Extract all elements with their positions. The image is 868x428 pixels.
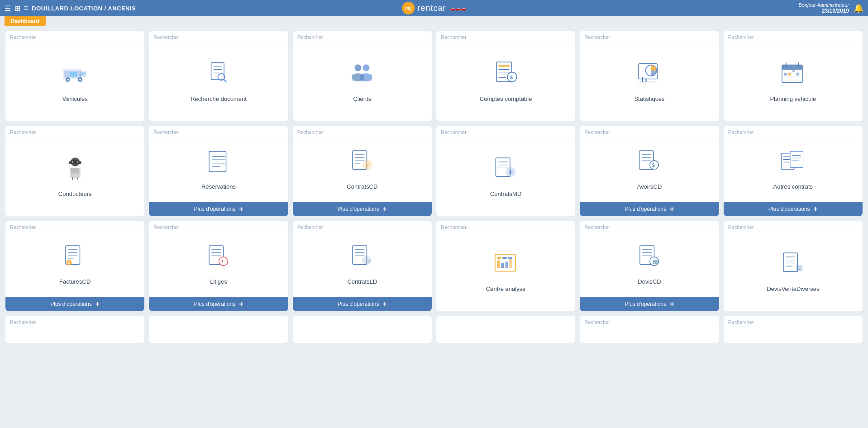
svg-text:LD: LD [366, 259, 371, 263]
svg-rect-126 [796, 265, 803, 271]
card-icon-contratscd: ✓ [348, 147, 376, 178]
card-footer-facturescd[interactable]: Plus d'opérations + [5, 297, 144, 311]
card-bottom5: Rechercher [580, 316, 719, 343]
search-label-reservations: Rechercher [149, 126, 288, 137]
svg-rect-43 [788, 73, 791, 75]
svg-rect-121 [783, 253, 798, 271]
card-facturescd: Rechercher $ FacturesCD Plus d'opération… [5, 221, 144, 311]
svg-text:!: ! [222, 259, 224, 264]
grid-icon[interactable]: ⊞ [14, 4, 20, 13]
card-icon-avoirscd: $ [636, 147, 663, 178]
svg-rect-42 [784, 73, 787, 75]
svg-rect-108 [497, 257, 501, 259]
logo-text: rentcar [417, 4, 446, 13]
card-body-devis-vente-diverses[interactable]: DevisVenteDiverses [724, 232, 863, 311]
svg-point-48 [70, 160, 81, 162]
search-label-statistiques: Rechercher [580, 31, 719, 42]
card-clients: Rechercher Clients [293, 31, 432, 121]
dashboard-tab[interactable]: Dashboard [5, 16, 46, 26]
svg-line-15 [224, 79, 226, 81]
card-label-deviscd: DevisCD [638, 278, 661, 285]
card-icon-comptes-comptable: $ [492, 59, 520, 90]
card-footer-contratscd[interactable]: Plus d'opérations + [293, 202, 432, 216]
menu-icon[interactable]: ☰ [5, 4, 11, 13]
search-label-autres-contrats: Rechercher [724, 126, 863, 137]
card-body-vehicules[interactable]: Véhicules [5, 42, 144, 121]
svg-rect-109 [502, 257, 506, 259]
card-body-litiges[interactable]: ! Litiges [149, 232, 288, 297]
card-body-centre-analyse[interactable]: Centre analyse [436, 232, 575, 311]
card-body-statistiques[interactable]: Statistiques [580, 42, 719, 121]
card-footer-contratsld[interactable]: Plus d'opérations + [293, 297, 432, 311]
card-label-avoirscd: AvoirsCD [637, 183, 662, 190]
search-label-comptes-comptable: Rechercher [436, 31, 575, 42]
card-footer-litiges[interactable]: Plus d'opérations + [149, 297, 288, 311]
search-label-centre-analyse: Rechercher [436, 221, 575, 232]
card-icon-conducteurs [62, 154, 89, 185]
svg-rect-36 [782, 65, 802, 70]
card-body-recherche-document[interactable]: Recherche document [149, 42, 288, 121]
svg-rect-111 [497, 260, 500, 268]
card-icon-deviscd: 🔢 [636, 242, 663, 273]
card-label-planning-vehicule: Planning véhicule [770, 95, 816, 102]
user-info: Bonjour Administrateur 23/10/2019 [799, 2, 849, 14]
card-body-conducteurs[interactable]: Conducteurs [5, 137, 144, 216]
card-label-reservations: Réservations [201, 183, 236, 190]
card-footer-deviscd[interactable]: Plus d'opérations + [580, 297, 719, 311]
card-recherche-document: Rechercher Recherche document [149, 31, 288, 121]
search-label-deviscd: Rechercher [580, 221, 719, 232]
card-body-avoirscd[interactable]: $ AvoirsCD [580, 137, 719, 202]
search-label-vehicules: Rechercher [5, 31, 144, 42]
plus-icon-autres-contrats: + [814, 205, 818, 213]
card-icon-clients [348, 59, 376, 90]
card-body-planning-vehicule[interactable]: Planning véhicule [724, 42, 863, 121]
svg-rect-44 [792, 70, 795, 72]
card-bottom1: Rechercher [5, 316, 144, 343]
svg-rect-114 [509, 259, 512, 268]
card-bottom3 [293, 316, 432, 343]
card-body-clients[interactable]: Clients [293, 42, 432, 121]
date: 23/10/2019 [799, 8, 849, 14]
svg-point-50 [77, 161, 78, 162]
card-deviscd: Rechercher 🔢 DevisCD Plus d'opérations + [580, 221, 719, 311]
plus-icon-litiges: + [239, 300, 243, 308]
card-body-autres-contrats[interactable]: Autres contrats [724, 137, 863, 202]
card-icon-statistiques [636, 59, 663, 90]
card-body-reservations[interactable]: Réservations [149, 137, 288, 202]
plus-icon-contratsld: + [383, 300, 387, 308]
card-label-litiges: Litiges [210, 278, 227, 285]
company-name: DOUILLARD LOCATION / ANCENIS [32, 5, 136, 12]
card-body-deviscd[interactable]: 🔢 DevisCD [580, 232, 719, 297]
card-icon-planning-vehicule [779, 59, 806, 90]
card-label-centre-analyse: Centre analyse [486, 285, 525, 292]
card-grid: Rechercher VéhiculesRechercher Recherche… [5, 31, 863, 343]
card-footer-avoirscd[interactable]: Plus d'opérations + [580, 202, 719, 216]
logo-badge: my [402, 2, 415, 14]
card-body-facturescd[interactable]: $ FacturesCD [5, 232, 144, 297]
card-body-contratsmd[interactable]: ContratsMD [436, 137, 575, 216]
search-label-planning-vehicule: Rechercher [724, 31, 863, 42]
search-label-contratsmd: Rechercher [436, 126, 575, 137]
search-label-avoirscd: Rechercher [580, 126, 719, 137]
header-right: Bonjour Administrateur 23/10/2019 🔔 [799, 2, 863, 14]
header: ☰ ⊞ ≡ DOUILLARD LOCATION / ANCENIS my re… [0, 0, 868, 16]
card-body-contratscd[interactable]: ✓ ContratsCD [293, 137, 432, 202]
card-icon-litiges: ! [205, 242, 232, 273]
search-label-facturescd: Rechercher [5, 221, 144, 232]
search-label-bottom6: Rechercher [724, 316, 863, 327]
bell-icon[interactable]: 🔔 [854, 3, 863, 13]
card-label-autres-contrats: Autres contrats [773, 183, 813, 190]
list-icon[interactable]: ≡ [24, 4, 28, 12]
card-label-recherche-document: Recherche document [191, 95, 247, 102]
search-label-contratsld: Rechercher [293, 221, 432, 232]
search-label-bottom1: Rechercher [5, 316, 144, 327]
card-label-clients: Clients [353, 95, 371, 102]
card-devis-vente-diverses: Rechercher DevisVenteDiverses [724, 221, 863, 311]
search-label-conducteurs: Rechercher [5, 126, 144, 137]
card-footer-autres-contrats[interactable]: Plus d'opérations + [724, 202, 863, 216]
dashboard-tab-bar: Dashboard [0, 16, 868, 26]
card-body-comptes-comptable[interactable]: $ Comptes comptable [436, 42, 575, 121]
card-footer-reservations[interactable]: Plus d'opérations + [149, 202, 288, 216]
card-body-contratsld[interactable]: LD ContratsLD [293, 232, 432, 297]
card-icon-autres-contrats [779, 147, 806, 178]
